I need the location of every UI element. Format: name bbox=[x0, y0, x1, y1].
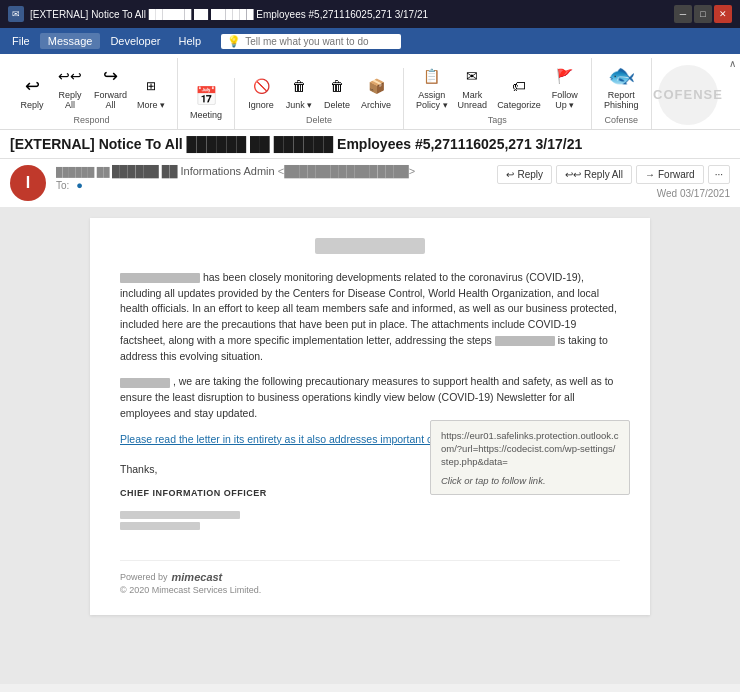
reply-label: Reply bbox=[20, 101, 43, 111]
reply-all-action-btn[interactable]: ↩↩ Reply All bbox=[556, 165, 632, 184]
delete-label: Delete bbox=[324, 101, 350, 111]
reply-button[interactable]: ↩ Reply bbox=[14, 70, 50, 113]
forward-all-button[interactable]: ↪ ForwardAll bbox=[90, 60, 131, 113]
assign-policy-label: AssignPolicy ▾ bbox=[416, 91, 448, 111]
copyright-text: © 2020 Mimecast Services Limited. bbox=[120, 585, 620, 595]
email-paragraph-1: has been closely monitoring developments… bbox=[120, 270, 620, 365]
more-respond-icon: ⊞ bbox=[137, 72, 165, 100]
archive-label: Archive bbox=[361, 101, 391, 111]
menu-bar: File Message Developer Help 💡 bbox=[0, 28, 740, 54]
app-icon: ✉ bbox=[8, 6, 24, 22]
report-phishing-label: ReportPhishing bbox=[604, 91, 639, 111]
follow-up-button[interactable]: 🚩 FollowUp ▾ bbox=[547, 60, 583, 113]
email-subject: [EXTERNAL] Notice To All ██████ ██ █████… bbox=[10, 136, 582, 152]
categorize-button[interactable]: 🏷 Categorize bbox=[493, 70, 545, 113]
menu-help[interactable]: Help bbox=[171, 33, 210, 49]
more-action-btn[interactable]: ··· bbox=[708, 165, 730, 184]
cofense-logo-area: COFENSE bbox=[658, 61, 734, 129]
ignore-icon: 🚫 bbox=[247, 72, 275, 100]
more-respond-button[interactable]: ⊞ More ▾ bbox=[133, 70, 169, 113]
to-label: To: bbox=[56, 180, 69, 191]
forward-all-label: ForwardAll bbox=[94, 91, 127, 111]
menu-file[interactable]: File bbox=[4, 33, 38, 49]
title-bar-left: ✉ [EXTERNAL] Notice To All ██████ ██ ███… bbox=[8, 6, 428, 22]
forward-action-label: Forward bbox=[658, 169, 695, 180]
window-controls[interactable]: ─ □ ✕ bbox=[674, 5, 732, 23]
meeting-label: Meeting bbox=[190, 111, 222, 121]
redacted-sender1: ██████ ██ bbox=[56, 167, 112, 177]
redacted-company2 bbox=[120, 378, 170, 388]
menu-message[interactable]: Message bbox=[40, 33, 101, 49]
reply-all-label: ReplyAll bbox=[58, 91, 81, 111]
to-dot: ● bbox=[76, 179, 83, 191]
report-phishing-icon: 🐟 bbox=[607, 62, 635, 90]
signature-redacted1 bbox=[120, 511, 240, 519]
email-body-wrapper[interactable]: has been closely monitoring developments… bbox=[0, 208, 740, 684]
mimecast-footer: Powered by mimecast © 2020 Mimecast Serv… bbox=[120, 560, 620, 595]
assign-policy-icon: 📋 bbox=[418, 62, 446, 90]
email-meta: ██████ ██ ██████ ██ Informations Admin <… bbox=[56, 165, 487, 191]
menu-developer[interactable]: Developer bbox=[102, 33, 168, 49]
reply-all-button[interactable]: ↩↩ ReplyAll bbox=[52, 60, 88, 113]
reply-action-icon: ↩ bbox=[506, 169, 514, 180]
delete-group-label: Delete bbox=[306, 115, 332, 127]
archive-icon: 📦 bbox=[362, 72, 390, 100]
meeting-icon: 📅 bbox=[192, 82, 220, 110]
cofense-logo-text: COFENSE bbox=[653, 87, 723, 102]
restore-btn[interactable]: □ bbox=[694, 5, 712, 23]
mimecast-brand: mimecast bbox=[172, 571, 223, 583]
categorize-label: Categorize bbox=[497, 101, 541, 111]
reply-icon: ↩ bbox=[18, 72, 46, 100]
junk-button[interactable]: 🗑 Junk ▾ bbox=[281, 70, 317, 113]
mimecast-powered-line: Powered by mimecast bbox=[120, 571, 620, 583]
follow-up-label: FollowUp ▾ bbox=[552, 91, 578, 111]
junk-icon: 🗑 bbox=[285, 72, 313, 100]
tags-group-label: Tags bbox=[488, 115, 507, 127]
minimize-btn[interactable]: ─ bbox=[674, 5, 692, 23]
more-respond-label: More ▾ bbox=[137, 101, 165, 111]
ignore-button[interactable]: 🚫 Ignore bbox=[243, 70, 279, 113]
title-text: [EXTERNAL] Notice To All ██████ ██ █████… bbox=[30, 9, 428, 20]
cofense-buttons: 🐟 ReportPhishing bbox=[600, 60, 643, 113]
email-action-buttons: ↩ Reply ↩↩ Reply All → Forward ··· bbox=[497, 165, 730, 184]
categorize-icon: 🏷 bbox=[505, 72, 533, 100]
reply-all-action-label: Reply All bbox=[584, 169, 623, 180]
archive-button[interactable]: 📦 Archive bbox=[357, 70, 395, 113]
email-logo-placeholder bbox=[315, 238, 425, 254]
ignore-label: Ignore bbox=[248, 101, 274, 111]
close-btn[interactable]: ✕ bbox=[714, 5, 732, 23]
mark-unread-icon: ✉ bbox=[458, 62, 486, 90]
redacted-company bbox=[120, 273, 200, 283]
sender-email: <████████████████> bbox=[278, 165, 416, 177]
mark-unread-label: MarkUnread bbox=[458, 91, 488, 111]
mark-unread-button[interactable]: ✉ MarkUnread bbox=[454, 60, 492, 113]
redacted-steps bbox=[495, 336, 555, 346]
forward-action-icon: → bbox=[645, 169, 655, 180]
email-logo-area bbox=[120, 238, 620, 254]
email-body: has been closely monitoring developments… bbox=[90, 218, 650, 615]
reply-all-icon: ↩↩ bbox=[56, 62, 84, 90]
ribbon-collapse-btn[interactable]: ∧ bbox=[729, 58, 736, 69]
delete-button[interactable]: 🗑 Delete bbox=[319, 70, 355, 113]
ribbon-group-respond: ↩ Reply ↩↩ ReplyAll ↪ ForwardAll ⊞ More … bbox=[6, 58, 178, 129]
email-header-right: ↩ Reply ↩↩ Reply All → Forward ··· Wed 0… bbox=[497, 165, 730, 199]
forward-action-btn[interactable]: → Forward bbox=[636, 165, 704, 184]
respond-group-label: Respond bbox=[74, 115, 110, 127]
title-bar: ✉ [EXTERNAL] Notice To All ██████ ██ ███… bbox=[0, 0, 740, 28]
meeting-button[interactable]: 📅 Meeting bbox=[186, 80, 226, 123]
tell-me-input[interactable] bbox=[245, 36, 395, 47]
ribbon-group-meeting: 📅 Meeting bbox=[178, 78, 235, 129]
respond-buttons: ↩ Reply ↩↩ ReplyAll ↪ ForwardAll ⊞ More … bbox=[14, 60, 169, 113]
ribbon: ↩ Reply ↩↩ ReplyAll ↪ ForwardAll ⊞ More … bbox=[0, 54, 740, 130]
report-phishing-button[interactable]: 🐟 ReportPhishing bbox=[600, 60, 643, 113]
assign-policy-button[interactable]: 📋 AssignPolicy ▾ bbox=[412, 60, 452, 113]
sender-avatar: I bbox=[10, 165, 46, 201]
tags-buttons: 📋 AssignPolicy ▾ ✉ MarkUnread 🏷 Categori… bbox=[412, 60, 583, 113]
lightbulb-icon: 💡 bbox=[227, 35, 241, 48]
reply-action-btn[interactable]: ↩ Reply bbox=[497, 165, 552, 184]
email-from-line: ██████ ██ ██████ ██ Informations Admin <… bbox=[56, 165, 487, 177]
reply-action-label: Reply bbox=[517, 169, 543, 180]
cofense-circle: COFENSE bbox=[658, 65, 718, 125]
more-action-icon: ··· bbox=[715, 169, 723, 180]
tell-me-search[interactable]: 💡 bbox=[221, 34, 401, 49]
